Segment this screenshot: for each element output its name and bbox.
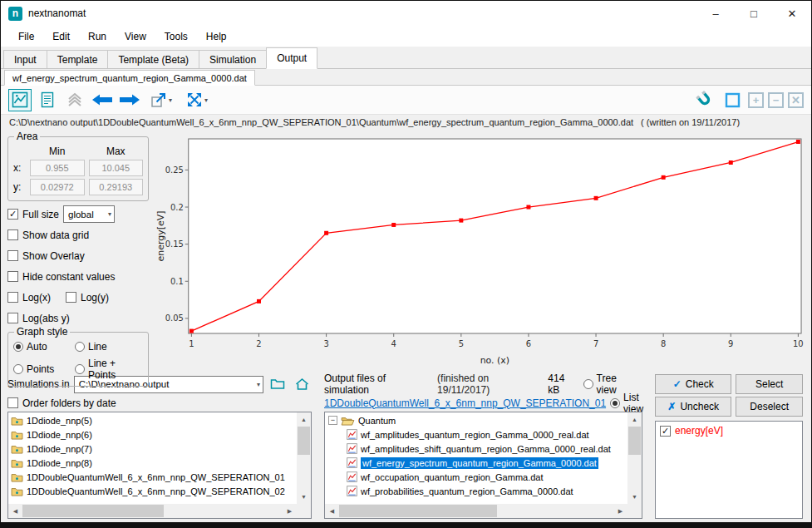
order-folders-by-date-checkbox[interactable]	[7, 397, 18, 408]
scroll-down-icon[interactable]: ▼	[627, 490, 642, 504]
simulation-folder-item[interactable]: 1Ddiode_nnp(8)	[8, 456, 297, 470]
home-button[interactable]	[292, 375, 312, 393]
x-min-input[interactable]	[30, 160, 85, 176]
style-line-radio[interactable]	[75, 342, 85, 352]
log-y-checkbox[interactable]	[66, 292, 76, 303]
y-max-input[interactable]	[89, 179, 144, 195]
horizontal-scrollbar[interactable]: ◀ ▶	[325, 504, 627, 518]
overlay-view-button[interactable]	[63, 89, 86, 111]
next-file-button[interactable]	[118, 89, 141, 111]
data-file-icon	[347, 457, 357, 468]
minimize-button[interactable]: –	[696, 1, 735, 26]
graph-style-label: Graph style	[14, 326, 70, 338]
scroll-right-icon[interactable]: ▶	[283, 504, 297, 518]
menu-help[interactable]: Help	[197, 31, 236, 42]
snap-magnet-button[interactable]	[693, 89, 716, 111]
area-group-label: Area	[14, 131, 40, 142]
output-file-tree[interactable]: −Quantumwf_amplitudes_quantum_region_Gam…	[324, 412, 642, 519]
y-row-label: y:	[13, 181, 26, 193]
scroll-right-icon[interactable]: ▶	[613, 504, 627, 518]
full-size-scope-select[interactable]: global ▾	[63, 205, 115, 223]
scroll-down-icon[interactable]: ▼	[297, 490, 311, 504]
show-overlay-label: Show Overlay	[22, 250, 85, 262]
actions-panel: ✓ Check Select ✗ Uncheck Deselect ✓	[655, 374, 803, 519]
series-item[interactable]: ✓ energy[eV]	[660, 425, 798, 437]
deselect-button[interactable]: Deselect	[736, 397, 803, 417]
log-x-checkbox[interactable]	[7, 292, 18, 303]
menu-edit[interactable]: Edit	[43, 31, 79, 42]
horizontal-scrollbar[interactable]: ◀ ▶	[8, 504, 297, 518]
style-auto-radio[interactable]	[13, 342, 23, 352]
uncheck-button[interactable]: ✗ Uncheck	[655, 397, 731, 417]
tab-template-beta[interactable]: Template (Beta)	[107, 50, 199, 68]
chart-view-button[interactable]	[8, 89, 32, 111]
export-caret-icon[interactable]: ▾	[169, 96, 172, 104]
maximize-button[interactable]: □	[735, 1, 773, 26]
simulation-folder-item[interactable]: 1DDoubleQuantumWell_6_x_6nm_nnp_QW_SEPER…	[8, 484, 297, 498]
main-area: Area Min Max x: y: ✓ Full size global	[1, 129, 811, 372]
tree-view-radio[interactable]	[583, 379, 593, 389]
output-file-item[interactable]: wf_probabilities_quantum_region_Gamma_00…	[325, 484, 627, 498]
folder-icon	[11, 472, 23, 482]
energy-chart[interactable]: 123456789100.050.10.150.20.25no. (x)ener…	[154, 131, 806, 370]
show-overlay-checkbox[interactable]	[7, 250, 18, 261]
text-view-button[interactable]	[36, 89, 59, 111]
style-line-points-radio[interactable]	[75, 364, 85, 374]
previous-file-button[interactable]	[91, 89, 114, 111]
hide-constant-values-checkbox[interactable]	[7, 271, 18, 282]
simulation-folder-list[interactable]: 1Ddiode_nnp(5)1Ddiode_nnp(6)1Ddiode_nnp(…	[7, 412, 312, 519]
output-file-item[interactable]: wf_occupation_quantum_region_Gamma.dat	[325, 470, 627, 484]
tab-input[interactable]: Input	[3, 50, 47, 68]
menu-view[interactable]: View	[116, 31, 155, 42]
series-checkbox[interactable]: ✓	[660, 426, 671, 437]
folder-icon	[11, 416, 23, 426]
svg-text:0.25: 0.25	[165, 165, 184, 175]
simulation-folder-item[interactable]: 1DDoubleQuantumWell_6_x_6nm_nnp_QW_SEPER…	[8, 470, 297, 484]
check-button[interactable]: ✓ Check	[655, 374, 731, 394]
y-min-input[interactable]	[30, 179, 85, 195]
output-file-item[interactable]: wf_energy_spectrum_quantum_region_Gamma_…	[325, 456, 627, 470]
select-button[interactable]: Select	[736, 374, 803, 394]
zoom-in-button[interactable]: +	[748, 92, 764, 108]
zoom-out-button[interactable]: −	[768, 92, 784, 108]
vertical-scrollbar[interactable]: ▲ ▼	[297, 412, 311, 504]
full-size-checkbox[interactable]: ✓	[7, 209, 18, 220]
style-points-radio[interactable]	[13, 364, 23, 374]
show-data-grid-checkbox[interactable]	[7, 229, 18, 240]
x-max-input[interactable]	[89, 160, 144, 176]
browse-folder-button[interactable]	[268, 375, 288, 393]
close-button[interactable]: ✕	[773, 1, 811, 26]
scroll-up-icon[interactable]: ▲	[627, 412, 642, 427]
list-view-radio[interactable]	[610, 398, 620, 408]
vertical-scrollbar[interactable]: ▲ ▼	[627, 412, 642, 504]
simulation-folder-item[interactable]: 1Ddiode_nnp(6)	[8, 427, 297, 442]
menu-tools[interactable]: Tools	[155, 31, 197, 42]
zoom-select-button[interactable]	[721, 89, 744, 111]
text-file-icon	[40, 91, 55, 108]
fit-view-button[interactable]: ▾	[181, 89, 213, 111]
reset-zoom-button[interactable]: ✕	[788, 92, 804, 108]
output-file-item[interactable]: wf_amplitudes_quantum_region_Gamma_0000_…	[325, 427, 627, 442]
folder-icon	[270, 378, 285, 390]
simulation-folder-item[interactable]: 1Ddiode_nnp(7)	[8, 442, 297, 456]
log-abs-y-checkbox[interactable]	[7, 313, 18, 323]
scroll-left-icon[interactable]: ◀	[325, 504, 339, 518]
scroll-up-icon[interactable]: ▲	[297, 412, 311, 427]
fit-caret-icon[interactable]: ▾	[204, 96, 208, 104]
menu-file[interactable]: File	[9, 31, 43, 42]
tab-output[interactable]: Output	[266, 47, 317, 69]
simulation-folder-item[interactable]: 1Ddiode_nnp(5)	[8, 413, 297, 427]
export-button[interactable]: ▾	[145, 89, 177, 111]
simulations-panel: Simulations in C:\D\nextnano output ▾ Or…	[7, 374, 312, 519]
document-tab[interactable]: wf_energy_spectrum_quantum_region_Gamma_…	[4, 70, 255, 86]
tree-collapse-icon[interactable]: −	[328, 416, 337, 425]
simulation-link[interactable]: 1DDoubleQuantumWell_6_x_6nm_nnp_QW_SEPER…	[324, 397, 606, 409]
scroll-left-icon[interactable]: ◀	[8, 504, 22, 518]
bottom-area: Simulations in C:\D\nextnano output ▾ Or…	[1, 372, 811, 522]
dropdown-caret-icon: ▾	[108, 210, 111, 218]
tab-simulation[interactable]: Simulation	[199, 50, 267, 68]
tree-folder-row[interactable]: −Quantum	[325, 413, 627, 427]
output-file-item[interactable]: wf_amplitudes_shift_quantum_region_Gamma…	[325, 442, 627, 456]
tab-template[interactable]: Template	[47, 50, 109, 68]
menu-run[interactable]: Run	[79, 31, 116, 42]
